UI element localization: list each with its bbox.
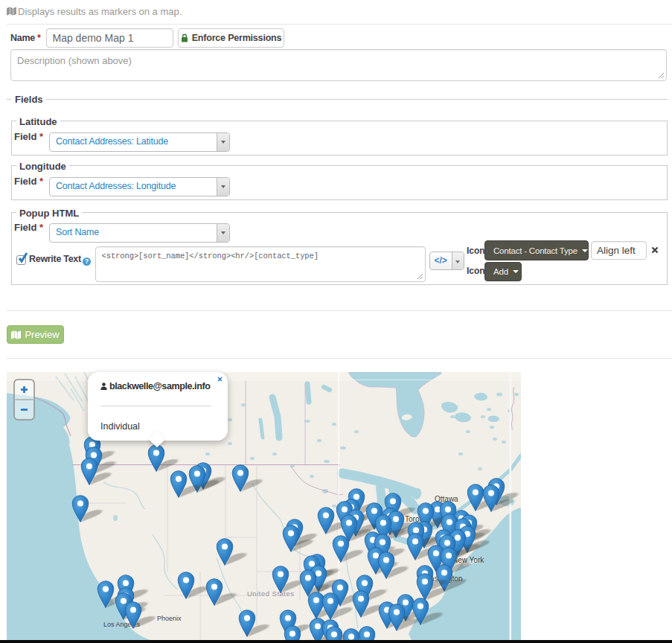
svg-text:United States: United States: [247, 589, 295, 598]
svg-text:Phoenix: Phoenix: [157, 615, 182, 622]
